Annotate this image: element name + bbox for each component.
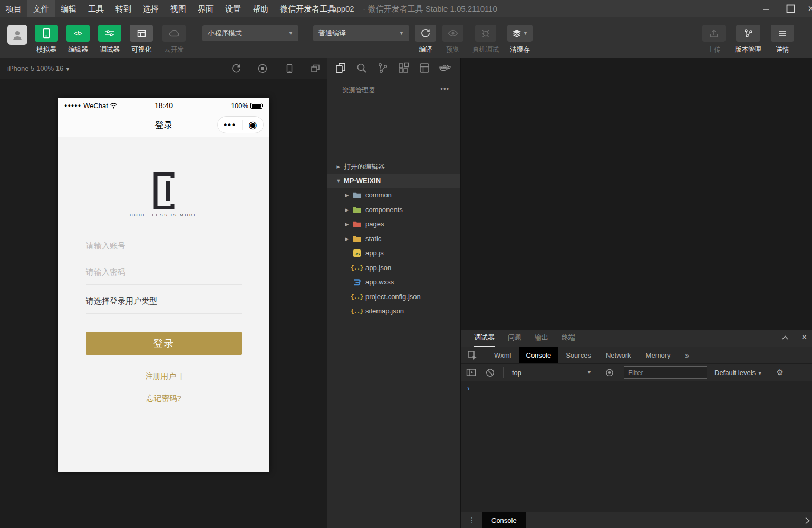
folder-components[interactable]: ▶ components	[327, 203, 461, 217]
menu-devtools[interactable]: 微信开发者工具	[274, 0, 341, 17]
console-output[interactable]: ›	[461, 381, 812, 512]
capsule-target-icon[interactable]: ◉	[248, 120, 257, 130]
windows-icon[interactable]	[311, 64, 320, 73]
tab-output[interactable]: 输出	[535, 333, 548, 343]
cloud-toggle[interactable]: 云开发	[162, 25, 186, 54]
details-button[interactable]: 详情	[771, 25, 794, 54]
file-app-json[interactable]: {..} app.json	[327, 261, 461, 275]
extensions-icon[interactable]	[398, 62, 409, 74]
file-app-wxss[interactable]: app.wxss	[327, 275, 461, 289]
inspect-icon[interactable]	[467, 350, 478, 361]
user-avatar[interactable]	[7, 25, 27, 45]
clear-console-icon[interactable]	[486, 368, 495, 377]
upload-button[interactable]: 上传	[702, 25, 726, 54]
file-sitemap[interactable]: {..} sitemap.json	[327, 304, 461, 318]
log-levels-select[interactable]: Default levels ▼	[714, 369, 762, 377]
explorer-panel: 资源管理器 ••• ▶ 打开的编辑器 ▼ MP-WEIXIN ▶ common …	[327, 58, 460, 528]
context-select[interactable]: top	[512, 369, 521, 377]
device-label-text: iPhone 5 100% 16	[7, 64, 63, 72]
password-input[interactable]: 请输入密码	[86, 267, 242, 285]
register-link[interactable]: 注册用户 |	[58, 371, 269, 381]
devtools-tab-network[interactable]: Network	[598, 347, 639, 364]
simulator-toggle[interactable]: 模拟器	[35, 25, 58, 54]
tab-problems[interactable]: 问题	[508, 333, 521, 343]
console-sidebar-icon[interactable]	[466, 368, 476, 377]
editor-area[interactable]	[460, 58, 812, 330]
version-label: 版本管理	[735, 45, 761, 54]
minimize-icon	[762, 5, 770, 13]
file-project-config[interactable]: {..} project.config.json	[327, 290, 461, 304]
compile-button[interactable]: 编译	[415, 25, 436, 54]
folder-common[interactable]: ▶ common	[327, 188, 461, 202]
file-app-js[interactable]: JS app.js	[327, 246, 461, 260]
editor-toggle[interactable]: </> 编辑器	[66, 25, 90, 54]
search-icon[interactable]	[356, 62, 368, 74]
menu-tools[interactable]: 工具	[82, 0, 110, 17]
upload-icon	[710, 29, 718, 38]
menu-settings[interactable]: 设置	[219, 0, 247, 17]
docker-icon[interactable]	[439, 62, 451, 74]
more-dots-icon[interactable]: •••	[224, 122, 236, 128]
close-button[interactable]: ×	[806, 0, 812, 17]
compile-select-value: 普通编译	[318, 28, 346, 38]
forgot-password-link[interactable]: 忘记密码?	[58, 393, 269, 404]
device-selector[interactable]: iPhone 5 100% 16 ▼	[7, 58, 70, 80]
console-toolbar: top ▼ Default levels ▼ ⚙	[461, 363, 812, 381]
devtools-tab-memory[interactable]: Memory	[639, 347, 678, 364]
open-editors-section[interactable]: ▶ 打开的编辑器	[327, 159, 461, 174]
capsule-menu[interactable]: ••• ◉	[217, 116, 264, 133]
compile-select[interactable]: 普通编译 ▼	[313, 25, 409, 41]
kebab-menu-icon[interactable]: ⋮	[468, 516, 476, 524]
device-phone-icon[interactable]	[285, 64, 294, 73]
mode-select-value: 小程序模式	[208, 28, 242, 38]
console-settings-gear-icon[interactable]: ⚙	[777, 368, 784, 377]
package-icon[interactable]	[419, 62, 430, 74]
visibility-icon[interactable]	[605, 369, 614, 376]
debugger-toggle[interactable]: 调试器	[98, 25, 121, 54]
chevron-down-icon[interactable]: ▼	[587, 370, 592, 375]
tab-debugger[interactable]: 调试器	[474, 333, 495, 343]
mode-select[interactable]: 小程序模式 ▼	[202, 25, 298, 41]
devtools-tab-sources[interactable]: Sources	[558, 347, 598, 364]
rotate-icon[interactable]	[231, 64, 241, 73]
menu-project[interactable]: 项目	[0, 0, 27, 17]
folder-label: components	[365, 206, 403, 214]
close-panel-icon[interactable]: ×	[801, 332, 807, 343]
project-root-item[interactable]: ▼ MP-WEIXIN	[327, 174, 461, 188]
chevron-right-icon[interactable]	[805, 517, 810, 524]
menu-interface[interactable]: 界面	[192, 0, 219, 17]
folder-pages[interactable]: ▶ pages	[327, 217, 461, 231]
menu-select[interactable]: 选择	[137, 0, 165, 17]
menu-view[interactable]: 视图	[165, 0, 192, 17]
minimize-button[interactable]	[758, 0, 774, 17]
menu-goto[interactable]: 转到	[110, 0, 137, 17]
ellipsis-icon[interactable]: •••	[440, 83, 449, 95]
account-input[interactable]: 请输入账号	[86, 241, 242, 258]
login-button[interactable]: 登录	[86, 332, 242, 355]
bottom-console-tab[interactable]: Console	[482, 512, 526, 528]
folder-static[interactable]: ▶ static	[327, 232, 461, 246]
menu-file[interactable]: 文件	[27, 0, 55, 17]
menu-edit[interactable]: 编辑	[55, 0, 82, 17]
devtools-tab-wxml[interactable]: Wxml	[487, 347, 519, 364]
clear-cache-button[interactable]: ▼ 清缓存	[507, 25, 533, 54]
menu-help[interactable]: 帮助	[247, 0, 274, 17]
stop-icon[interactable]	[258, 64, 267, 73]
more-tabs-icon[interactable]: »	[678, 347, 697, 364]
filter-input[interactable]	[624, 366, 707, 379]
maximize-button[interactable]	[782, 0, 798, 17]
tab-terminal[interactable]: 终端	[562, 333, 575, 343]
project-root-label: MP-WEIXIN	[344, 177, 381, 185]
usertype-picker[interactable]: 请选择登录用户类型	[86, 296, 242, 314]
preview-button[interactable]: 预览	[442, 25, 463, 54]
file-label: project.config.json	[365, 293, 421, 301]
collapse-icon[interactable]	[781, 335, 789, 340]
source-control-icon[interactable]	[376, 62, 388, 74]
devtools-tab-console[interactable]: Console	[519, 347, 559, 364]
visual-toggle-label: 可视化	[131, 45, 151, 54]
remote-debug-button[interactable]: 真机调试	[475, 25, 496, 54]
files-icon[interactable]	[335, 62, 346, 74]
visual-toggle[interactable]: 可视化	[130, 25, 153, 54]
chevron-right-icon: ▶	[344, 207, 350, 213]
version-button[interactable]: 版本管理	[736, 25, 760, 54]
